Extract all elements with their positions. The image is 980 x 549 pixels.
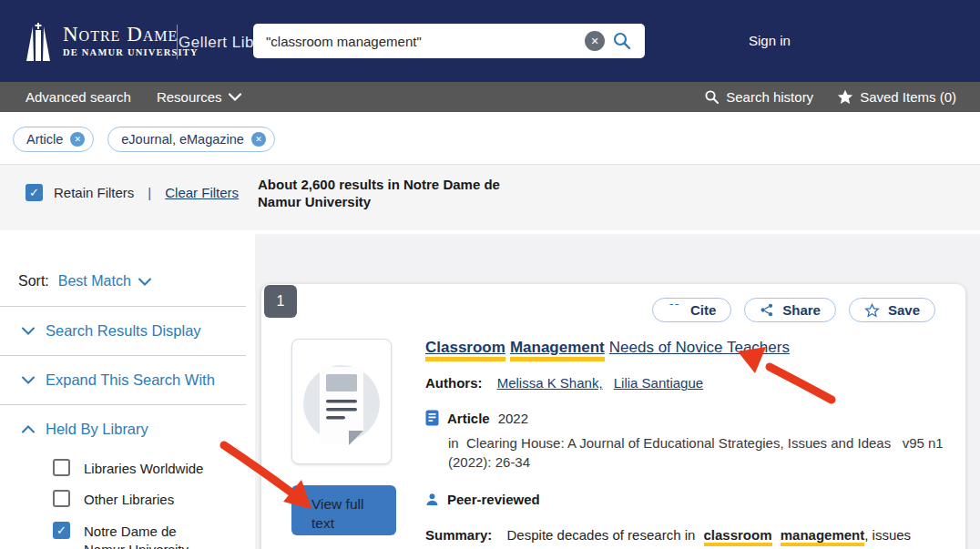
- summary-label: Summary:: [425, 527, 492, 543]
- retain-filters-checkbox[interactable]: ✓: [26, 184, 43, 201]
- search-icon: [612, 31, 632, 51]
- results-count: About 2,600 results in Notre Dame de Nam…: [258, 176, 522, 210]
- active-filter-chips: Article ✕ eJournal, eMagazine ✕: [13, 127, 275, 152]
- cite-button[interactable]: “ Cite: [652, 298, 731, 322]
- search-history-link[interactable]: Search history: [704, 89, 813, 105]
- source-prefix: in: [448, 435, 459, 451]
- result-thumbnail[interactable]: [291, 339, 392, 464]
- remove-filter-icon[interactable]: ✕: [70, 132, 85, 147]
- tower-logo-icon: [23, 21, 54, 61]
- remove-filter-icon[interactable]: ✕: [251, 132, 266, 147]
- advanced-search-link[interactable]: Advanced search: [26, 89, 131, 105]
- saved-items-link[interactable]: Saved Items (0): [837, 89, 956, 105]
- summary-row: Summary: Despite decades of research in …: [425, 525, 937, 549]
- option-libraries-worldwide[interactable]: Libraries Worldwide: [53, 459, 246, 478]
- filter-summary-strip: ✓ Retain Filters | Clear Filters About 2…: [0, 164, 980, 230]
- article-placeholder-icon: [298, 347, 385, 456]
- search-box: ✕: [253, 24, 645, 58]
- author-link-2[interactable]: Lilia Santiague: [614, 375, 703, 391]
- option-other-libraries[interactable]: Other Libraries: [53, 490, 246, 509]
- publication-year: 2022: [498, 411, 528, 426]
- authors-row: Authors: Melissa K Shank, Lilia Santiagu…: [425, 375, 940, 391]
- search-history-icon: [704, 89, 720, 105]
- view-full-text-button[interactable]: View full text: [291, 485, 396, 535]
- resources-menu[interactable]: Resources: [157, 89, 241, 105]
- sidebar-section-expand-search[interactable]: Expand This Search With: [0, 356, 246, 405]
- held-by-library-options: Libraries Worldwide Other Libraries ✓ No…: [0, 453, 246, 549]
- sort-label: Sort:: [18, 273, 49, 290]
- article-format-icon: [425, 410, 439, 426]
- filters-sidebar: Sort: Best Match Search Results Display …: [0, 264, 246, 549]
- authors-label: Authors:: [425, 375, 483, 391]
- chevron-down-icon: [22, 376, 35, 384]
- format-row: Article 2022: [425, 410, 940, 426]
- source-row: in Clearing House: A Journal of Educatio…: [448, 433, 958, 472]
- sidebar-section-search-results-display[interactable]: Search Results Display: [0, 307, 246, 356]
- filter-chip-ejournal[interactable]: eJournal, eMagazine ✕: [107, 127, 275, 152]
- ndnu-checkbox[interactable]: ✓: [53, 522, 70, 539]
- peer-reviewed-row: Peer-reviewed: [425, 492, 940, 507]
- filter-chip-article[interactable]: Article ✕: [13, 127, 94, 152]
- quote-icon: “: [668, 304, 682, 316]
- format-label: Article: [447, 411, 490, 426]
- app-header: Notre Dame DE NAMUR UNIVERSITY Gellert L…: [0, 0, 980, 82]
- share-icon: [760, 302, 774, 318]
- sign-in-link[interactable]: Sign in: [749, 33, 791, 48]
- option-ndnu[interactable]: ✓ Notre Dame de Namur University: [53, 522, 246, 549]
- person-icon: [425, 493, 439, 506]
- author-link-1[interactable]: Melissa K Shank,: [497, 375, 603, 391]
- secondary-navbar: Advanced search Resources Search history…: [0, 82, 980, 112]
- star-outline-icon: [864, 303, 880, 318]
- retain-filters-label: Retain Filters: [54, 185, 134, 200]
- result-title-link[interactable]: ClassroomManagementNeeds of Novice Teach…: [425, 339, 790, 357]
- sort-control: Sort: Best Match: [0, 264, 246, 307]
- save-button[interactable]: Save: [849, 298, 935, 322]
- star-icon: [837, 89, 853, 105]
- source-title: Clearing House: A Journal of Educational…: [466, 435, 891, 451]
- chevron-up-icon: [22, 425, 35, 433]
- chevron-down-icon: [22, 327, 35, 335]
- share-button[interactable]: Share: [744, 298, 836, 322]
- result-card: “ Cite Share Save View full text Classro…: [261, 284, 965, 549]
- other-libraries-checkbox[interactable]: [53, 490, 70, 507]
- clear-search-icon[interactable]: ✕: [585, 31, 605, 51]
- result-actions: “ Cite Share Save: [652, 298, 935, 322]
- libraries-worldwide-checkbox[interactable]: [53, 459, 70, 476]
- chevron-down-icon: [138, 278, 151, 286]
- logo-divider: [177, 25, 178, 59]
- sidebar-section-held-by-library[interactable]: Held By Library: [0, 405, 246, 453]
- search-submit-button[interactable]: [608, 27, 636, 55]
- search-input[interactable]: [266, 34, 585, 49]
- university-logo[interactable]: Notre Dame DE NAMUR UNIVERSITY: [23, 21, 199, 61]
- clear-filters-link[interactable]: Clear Filters: [165, 185, 239, 200]
- sort-dropdown[interactable]: Best Match: [58, 273, 151, 290]
- chevron-down-icon: [229, 93, 241, 101]
- result-number-badge: 1: [264, 285, 297, 318]
